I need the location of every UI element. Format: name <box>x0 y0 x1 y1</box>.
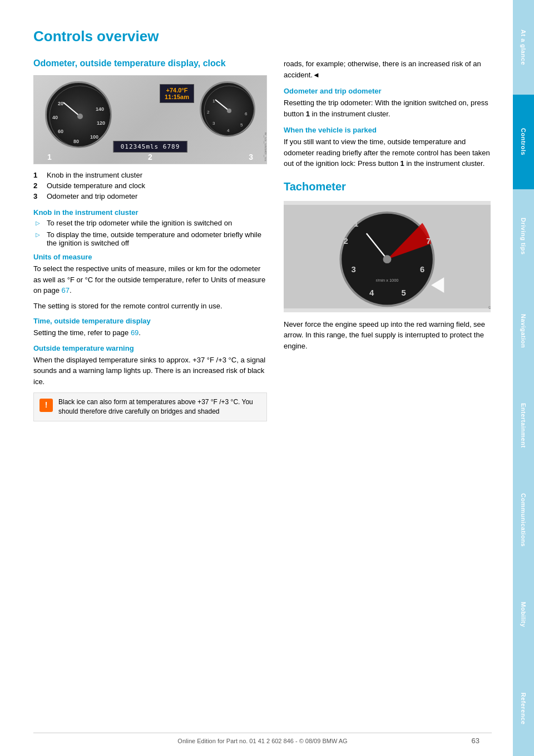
speedometer-gauge: 20 40 60 80 100 120 140 <box>45 81 112 148</box>
parked-body: If you still want to view the time, outs… <box>284 136 491 169</box>
left-column: Odometer, outside temperature display, c… <box>33 58 267 427</box>
svg-line-17 <box>215 100 229 111</box>
svg-line-8 <box>63 102 80 116</box>
odometer-text-2: in the instrument cluster. <box>310 110 390 118</box>
sidebar-tab-at-a-glance[interactable]: At a glance <box>513 0 534 95</box>
odometer-display: 012345mls 6789 <box>113 141 187 153</box>
tach-watermark: w_cs_tacho_01_95 <box>488 306 491 310</box>
outside-temp-body: When the displayed temperature sinks to … <box>33 355 267 387</box>
right-column: roads, for example; otherwise, there is … <box>284 58 491 427</box>
warning-icon: ! <box>39 399 53 412</box>
svg-text:20: 20 <box>58 101 63 106</box>
continuation-text: roads, for example; otherwise, there is … <box>284 58 491 80</box>
svg-text:80: 80 <box>73 139 79 144</box>
tachometer-heading: Tachometer <box>284 180 491 193</box>
units-text-2: The setting is stored for the remote con… <box>33 301 267 312</box>
main-content: Controls overview Odometer, outside temp… <box>0 0 513 756</box>
list-item: 1 Knob in the instrument cluster <box>33 171 267 179</box>
sidebar-tab-entertainment[interactable]: Entertainment <box>513 378 534 473</box>
tachometer-image: 2 3 4 5 6 7 1 r/min x 1000 <box>284 201 491 312</box>
sidebar-tab-mobility[interactable]: Mobility <box>513 567 534 662</box>
svg-text:140: 140 <box>96 106 104 112</box>
svg-text:r/min x 1000: r/min x 1000 <box>376 277 399 282</box>
odometer-heading: Odometer and trip odometer <box>284 87 491 95</box>
svg-text:5: 5 <box>240 122 243 127</box>
svg-text:1: 1 <box>212 99 215 104</box>
list-item: 3 Odometer and trip odometer <box>33 192 267 200</box>
sidebar-tab-reference[interactable]: Reference <box>513 661 534 756</box>
image-label-2: 2 <box>148 153 152 161</box>
warning-box: ! Black ice can also form at temperature… <box>33 392 267 421</box>
item-number-3: 3 <box>33 192 42 200</box>
time-link[interactable]: 69 <box>131 328 139 337</box>
bullet-triangle-icon: ▷ <box>36 232 42 247</box>
image-label-3: 3 <box>249 153 253 161</box>
units-text-end: . <box>70 286 72 294</box>
numbered-list: 1 Knob in the instrument cluster 2 Outsi… <box>33 171 267 200</box>
sidebar-tab-driving-tips[interactable]: Driving tips <box>513 189 534 284</box>
svg-text:40: 40 <box>52 115 58 120</box>
tachometer-section: Tachometer 2 3 4 <box>284 180 491 352</box>
item-text-3: Odometer and trip odometer <box>47 192 137 200</box>
sidebar-tab-communications[interactable]: Communications <box>513 473 534 567</box>
knob-heading: Knob in the instrument cluster <box>33 208 267 217</box>
svg-text:6: 6 <box>420 264 424 273</box>
svg-text:120: 120 <box>97 120 105 126</box>
warning-text: Black ice can also form at temperatures … <box>58 397 261 416</box>
list-item: 2 Outside temperature and clock <box>33 181 267 190</box>
page-footer: Online Edition for Part no. 01 41 2 602 … <box>33 733 492 745</box>
units-heading: Units of measure <box>33 253 267 261</box>
svg-text:5: 5 <box>402 288 406 297</box>
knob-bullet-text-2: To display the time, outside temperature… <box>47 230 267 247</box>
two-column-layout: Odometer, outside temperature display, c… <box>33 58 491 427</box>
knob-bullet-text-1: To reset the trip odometer while the ign… <box>47 219 232 227</box>
section-heading-odometer: Odometer, outside temperature display, c… <box>33 58 267 68</box>
item-number-2: 2 <box>33 181 42 190</box>
item-number-1: 1 <box>33 171 42 179</box>
svg-point-18 <box>227 109 231 113</box>
footer-text: Online Edition for Part no. 01 41 2 602 … <box>177 738 347 744</box>
svg-text:6: 6 <box>245 111 248 116</box>
units-link[interactable]: 67 <box>62 286 70 294</box>
parked-heading: When the vehicle is parked <box>284 126 491 134</box>
parked-text-2: in the instrument cluster. <box>404 159 485 168</box>
item-text-1: Knob in the instrument cluster <box>47 171 142 179</box>
knob-bullet-1: ▷ To reset the trip odometer while the i… <box>33 219 267 227</box>
tachometer-svg: 2 3 4 5 6 7 1 r/min x 1000 <box>284 201 491 312</box>
units-body: To select the respective units of measur… <box>33 263 267 296</box>
time-reading: 11:15am <box>165 94 189 100</box>
page-number-container: 63 <box>472 737 479 745</box>
sidebar-tab-navigation[interactable]: Navigation <box>513 283 534 378</box>
image-watermark: w_cs_cluster_01 <box>264 132 267 161</box>
knob-bullet-2: ▷ To display the time, outside temperatu… <box>33 230 267 247</box>
temp-clock-display: +74.0°F 11:15am <box>160 84 194 103</box>
svg-text:60: 60 <box>58 129 63 134</box>
svg-text:2: 2 <box>343 236 348 245</box>
rpm-gauge: 1 2 3 4 5 6 <box>200 81 255 137</box>
svg-point-9 <box>77 114 83 119</box>
svg-text:100: 100 <box>90 134 98 140</box>
svg-text:4: 4 <box>369 288 374 297</box>
cluster-inner: 20 40 60 80 100 120 140 <box>34 76 266 164</box>
svg-text:1: 1 <box>354 219 358 228</box>
sidebar: At a glance Controls Driving tips Naviga… <box>513 0 534 756</box>
tachometer-description: Never force the engine speed up into the… <box>284 319 491 352</box>
svg-text:2: 2 <box>207 110 210 115</box>
svg-point-30 <box>383 255 392 263</box>
odometer-body: Resetting the trip odometer: With the ig… <box>284 97 491 119</box>
svg-text:3: 3 <box>351 264 355 273</box>
svg-text:3: 3 <box>212 121 215 126</box>
page-number: 63 <box>472 737 479 745</box>
page-title: Controls overview <box>33 28 491 45</box>
speedometer-svg: 20 40 60 80 100 120 140 <box>47 83 113 150</box>
sidebar-tab-controls[interactable]: Controls <box>513 95 534 189</box>
time-text: Setting the time, refer to page <box>33 328 131 337</box>
time-body: Setting the time, refer to page 69. <box>33 327 267 338</box>
svg-text:7: 7 <box>426 236 431 245</box>
item-text-2: Outside temperature and clock <box>47 181 145 190</box>
rpm-svg: 1 2 3 4 5 6 <box>201 83 257 139</box>
bullet-triangle-icon: ▷ <box>36 220 42 227</box>
temp-reading: +74.0°F <box>165 87 189 94</box>
cluster-image: 20 40 60 80 100 120 140 <box>33 75 267 164</box>
parked-bold: 1 <box>400 159 404 168</box>
